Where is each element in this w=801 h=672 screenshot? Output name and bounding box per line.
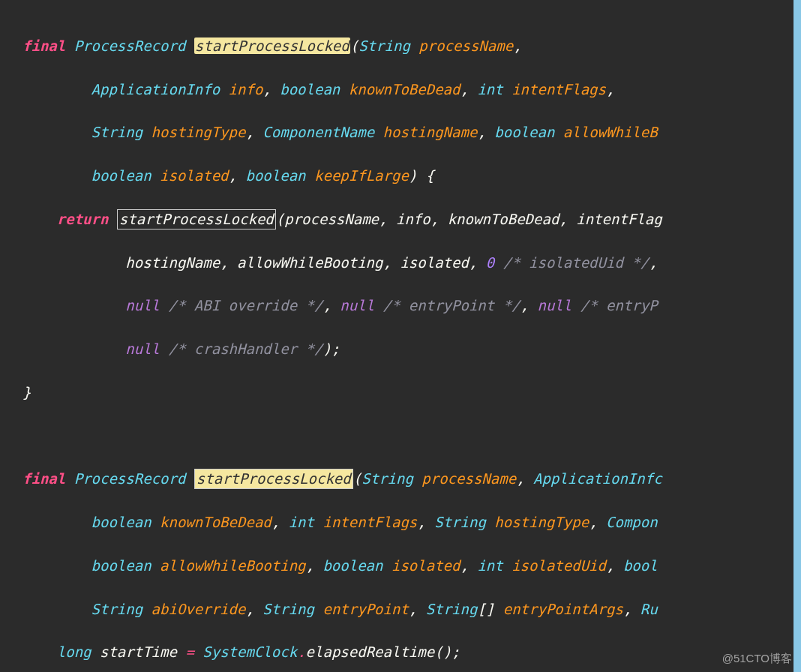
keyword-return: return: [57, 211, 109, 227]
type-long: long: [57, 644, 92, 660]
type-Compon: Compon: [606, 514, 658, 530]
type-String: String: [426, 601, 478, 617]
type-boolean: boolean: [245, 167, 305, 184]
type-ApplicationInfc: ApplicationInfc: [533, 470, 662, 487]
method-startProcessLocked-box: startProcessLocked: [117, 209, 276, 230]
param-hostingType: hostingType: [152, 124, 246, 140]
type-ApplicationInfo: ApplicationInfo: [92, 81, 220, 98]
keyword-null: null: [537, 297, 572, 314]
param-allowWhileBooting: allowWhileBooting: [160, 557, 305, 574]
param-intentFlags: intentFlags: [512, 81, 606, 98]
type-bool: bool: [623, 557, 658, 574]
code-line: null /* ABI override */, null /* entryPo…: [0, 295, 801, 316]
code-line: boolean isolated, boolean keepIfLarge) {: [0, 165, 801, 187]
param-entryPoint: entryPoint: [322, 601, 408, 617]
code-line: final ProcessRecord startProcessLocked(S…: [0, 35, 801, 57]
type-boolean: boolean: [92, 167, 152, 184]
code-line: return startProcessLocked(processName, i…: [0, 208, 801, 230]
type-Ru: Ru: [640, 601, 658, 617]
type-String: String: [92, 601, 143, 617]
param-entryPointArgs: entryPointArgs: [503, 601, 623, 617]
type-SystemClock: SystemClock: [202, 644, 297, 660]
ident-allowWhileBooting: allowWhileBooting: [237, 254, 382, 271]
comment-isolatedUid: /* isolatedUid */: [503, 254, 649, 271]
type-boolean: boolean: [92, 514, 152, 530]
type-int: int: [477, 557, 502, 574]
code-line: null /* crashHandler */);: [0, 338, 801, 360]
ident-startTime: startTime: [100, 644, 177, 660]
param-isolatedUid: isolatedUid: [512, 557, 606, 574]
code-line: String hostingType, ComponentName hostin…: [0, 122, 801, 143]
code-line: ApplicationInfo info, boolean knownToBeD…: [0, 79, 801, 100]
type-String: String: [434, 514, 486, 530]
type-ComponentName: ComponentName: [262, 124, 374, 140]
type-String: String: [92, 124, 143, 140]
code-line: boolean allowWhileBooting, boolean isola…: [0, 555, 801, 577]
method-elapsedRealtime: elapsedRealtime: [306, 644, 435, 660]
keyword-null: null: [125, 340, 160, 357]
code-line: }: [0, 382, 801, 404]
param-abiOverride: abiOverride: [152, 601, 246, 617]
ident-hostingName: hostingName: [125, 254, 220, 271]
comment-abiOverride: /* ABI override */: [169, 297, 323, 314]
param-processName: processName: [422, 470, 516, 487]
type-int: int: [289, 514, 314, 530]
method-startProcessLocked-highlight: startProcessLocked: [194, 38, 350, 54]
ident-intentFlag: intentFlag: [576, 211, 662, 227]
keyword-null: null: [340, 297, 374, 314]
param-intentFlags: intentFlags: [322, 514, 417, 530]
keyword-final: final: [22, 38, 65, 54]
code-editor[interactable]: final ProcessRecord startProcessLocked(S…: [0, 0, 801, 672]
ident-processName: processName: [284, 211, 379, 227]
scrollbar-gutter[interactable]: [794, 0, 801, 672]
code-line: String abiOverride, String entryPoint, S…: [0, 598, 801, 620]
ident-knownToBeDead: knownToBeDead: [448, 211, 560, 227]
param-knownToBeDead: knownToBeDead: [160, 514, 272, 530]
code-line: hostingName, allowWhileBooting, isolated…: [0, 252, 801, 274]
param-hostingName: hostingName: [383, 124, 478, 140]
ident-info: info: [396, 211, 430, 227]
code-line: boolean knownToBeDead, int intentFlags, …: [0, 512, 801, 533]
keyword-final: final: [22, 470, 65, 487]
param-processName: processName: [418, 38, 513, 54]
watermark-text: @51CTO博客: [722, 650, 792, 668]
param-isolated: isolated: [392, 557, 460, 574]
param-keepIfLarge: keepIfLarge: [314, 167, 409, 184]
type-String: String: [358, 38, 410, 54]
type-String: String: [362, 470, 413, 487]
param-hostingType: hostingType: [494, 514, 589, 530]
method-startProcessLocked-box-highlight: startProcessLocked: [194, 469, 353, 489]
type-boolean: boolean: [92, 557, 152, 574]
comment-crashHandler: /* crashHandler */: [169, 340, 323, 357]
code-line: final ProcessRecord startProcessLocked(S…: [0, 468, 801, 490]
type-boolean: boolean: [322, 557, 382, 574]
ident-isolated: isolated: [400, 254, 469, 271]
param-isolated: isolated: [160, 167, 229, 184]
code-line: [0, 425, 801, 447]
type-boolean: boolean: [280, 81, 340, 98]
param-knownToBeDead: knownToBeDead: [349, 81, 460, 98]
type-ProcessRecord: ProcessRecord: [74, 470, 186, 487]
type-int: int: [477, 81, 502, 98]
literal-zero: 0: [486, 254, 494, 271]
type-String: String: [262, 601, 314, 617]
comment-entryP: /* entryP: [580, 297, 658, 314]
type-ProcessRecord: ProcessRecord: [74, 38, 186, 54]
param-info: info: [229, 81, 263, 98]
comment-entryPoint: /* entryPoint */: [383, 297, 520, 314]
param-allowWhileB: allowWhileB: [563, 124, 658, 140]
code-line: long startTime = SystemClock.elapsedReal…: [0, 641, 801, 663]
type-boolean: boolean: [494, 124, 554, 140]
keyword-null: null: [125, 297, 160, 314]
